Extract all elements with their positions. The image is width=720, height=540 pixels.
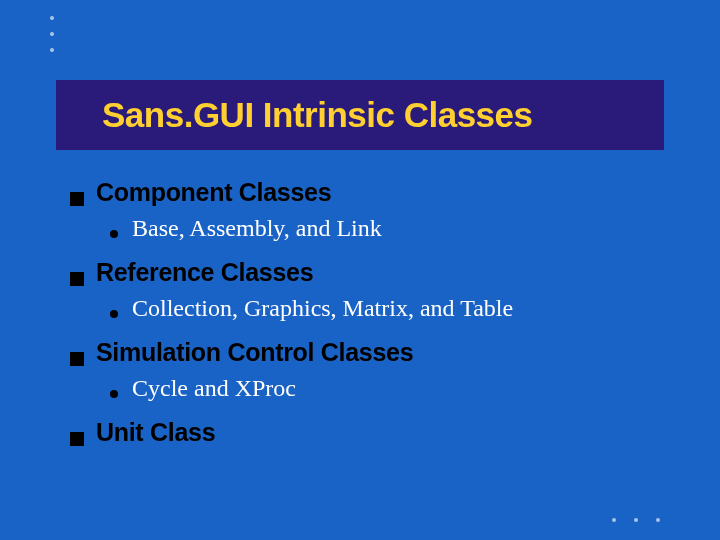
slide-title: Sans.GUI Intrinsic Classes — [102, 95, 533, 135]
square-bullet-icon — [70, 432, 84, 446]
dot-icon — [50, 16, 54, 20]
section-group: Reference Classes Collection, Graphics, … — [70, 258, 670, 322]
decorative-dots-bottom — [612, 518, 660, 522]
square-bullet-icon — [70, 272, 84, 286]
section-heading: Simulation Control Classes — [96, 338, 413, 367]
section-subtext: Base, Assembly, and Link — [132, 215, 382, 242]
section-heading: Unit Class — [96, 418, 215, 447]
round-bullet-icon — [110, 310, 118, 318]
section-heading: Reference Classes — [96, 258, 313, 287]
section-sub-row: Cycle and XProc — [110, 375, 670, 402]
square-bullet-icon — [70, 192, 84, 206]
dot-icon — [634, 518, 638, 522]
section-sub-row: Collection, Graphics, Matrix, and Table — [110, 295, 670, 322]
square-bullet-icon — [70, 352, 84, 366]
section-subtext: Cycle and XProc — [132, 375, 296, 402]
section-heading-row: Reference Classes — [70, 258, 670, 287]
dot-icon — [50, 32, 54, 36]
decorative-dots-top — [50, 16, 54, 52]
section-heading: Component Classes — [96, 178, 331, 207]
section-heading-row: Simulation Control Classes — [70, 338, 670, 367]
dot-icon — [50, 48, 54, 52]
round-bullet-icon — [110, 390, 118, 398]
title-bar: Sans.GUI Intrinsic Classes — [56, 80, 664, 150]
section-group: Component Classes Base, Assembly, and Li… — [70, 178, 670, 242]
content-area: Component Classes Base, Assembly, and Li… — [70, 178, 670, 457]
section-sub-row: Base, Assembly, and Link — [110, 215, 670, 242]
section-group: Simulation Control Classes Cycle and XPr… — [70, 338, 670, 402]
section-heading-row: Component Classes — [70, 178, 670, 207]
dot-icon — [656, 518, 660, 522]
dot-icon — [612, 518, 616, 522]
round-bullet-icon — [110, 230, 118, 238]
section-subtext: Collection, Graphics, Matrix, and Table — [132, 295, 513, 322]
section-heading-row: Unit Class — [70, 418, 670, 447]
section-group: Unit Class — [70, 418, 670, 447]
